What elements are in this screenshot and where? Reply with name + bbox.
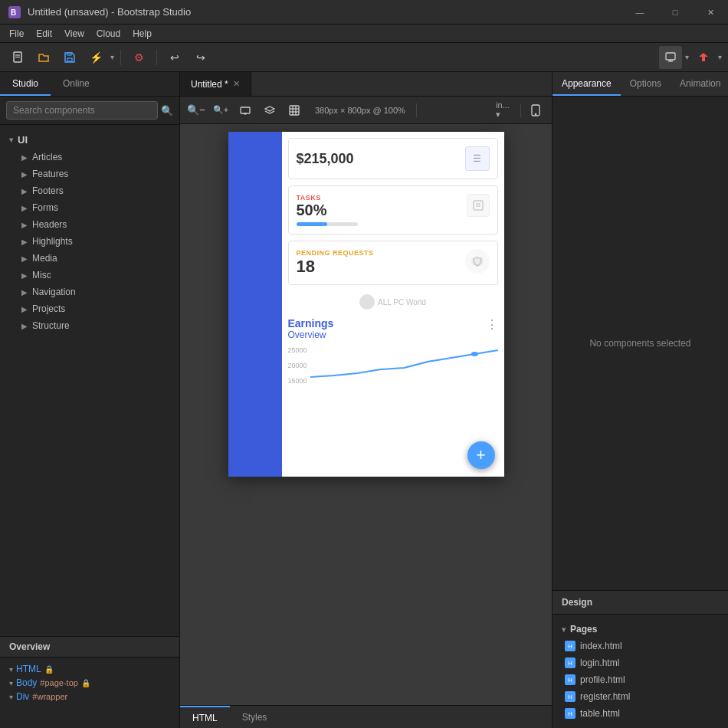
- pages-section-header[interactable]: ▾ Pages: [559, 621, 722, 638]
- earnings-section: Earnings Overview ⋮ 25000 20000 15000: [288, 313, 498, 389]
- menu-view[interactable]: View: [58, 27, 90, 41]
- component-projects[interactable]: ▶ Projects: [0, 300, 179, 317]
- bottom-tabs: HTML Styles: [180, 705, 552, 728]
- search-input[interactable]: [6, 101, 158, 120]
- page-preview: $215,000 ☰ TASKS 50%: [228, 132, 504, 477]
- body-arrow: ▾: [9, 679, 13, 687]
- tasks-icon: [467, 194, 490, 217]
- ui-section-label: UI: [18, 134, 28, 146]
- component-media[interactable]: ▶ Media: [0, 250, 179, 267]
- settings-button[interactable]: ⚙: [127, 46, 150, 69]
- tree-html[interactable]: ▾ HTML 🔒: [9, 662, 170, 676]
- chart-label-15k: 15000: [288, 377, 307, 385]
- page-profile[interactable]: H profile.html: [559, 671, 722, 688]
- preview-mode-button[interactable]: in... ▾: [496, 100, 516, 120]
- publish-dropdown-arrow[interactable]: ▾: [718, 53, 722, 61]
- svg-rect-14: [290, 106, 299, 115]
- features-arrow: ▶: [21, 170, 28, 179]
- tab-animation[interactable]: Animation: [671, 72, 728, 96]
- watermark-icon: [359, 294, 375, 310]
- earnings-subtitle: Overview: [288, 330, 334, 340]
- tab-studio[interactable]: Studio: [0, 72, 51, 96]
- tab-online[interactable]: Online: [51, 72, 102, 96]
- right-panel-tabs: Appearance Options Animation: [553, 72, 728, 97]
- device-preview-button[interactable]: [235, 100, 255, 120]
- canvas-area: $215,000 ☰ TASKS 50%: [180, 124, 552, 705]
- misc-arrow: ▶: [21, 271, 28, 280]
- menu-file[interactable]: File: [3, 27, 30, 41]
- page-login[interactable]: H login.html: [559, 654, 722, 671]
- minimize-button[interactable]: —: [622, 0, 657, 25]
- component-features[interactable]: ▶ Features: [0, 166, 179, 182]
- redo-button[interactable]: ↪: [189, 46, 212, 69]
- page-table[interactable]: H table.html: [559, 705, 722, 722]
- layers-button[interactable]: [260, 100, 280, 120]
- menu-edit[interactable]: Edit: [30, 27, 58, 41]
- add-page-button[interactable]: +: [467, 441, 495, 469]
- component-forms[interactable]: ▶ Forms: [0, 199, 179, 216]
- page-register[interactable]: H register.html: [559, 688, 722, 705]
- zoom-in-button[interactable]: 🔍+: [211, 100, 231, 120]
- watermark-text: ALL PC World: [378, 298, 426, 307]
- viewport-info[interactable]: 380px × 800px @ 100%: [309, 106, 412, 115]
- canvas-right-controls: in... ▾: [496, 100, 546, 120]
- login-file-icon: H: [565, 657, 576, 668]
- publish-button[interactable]: [692, 46, 715, 69]
- ui-section-header[interactable]: ▾ UI: [0, 131, 179, 149]
- tab-appearance[interactable]: Appearance: [553, 72, 621, 96]
- page-index[interactable]: H index.html: [559, 638, 722, 654]
- mobile-view-button[interactable]: [526, 100, 546, 120]
- preview-main-content: $215,000 ☰ TASKS 50%: [282, 132, 504, 395]
- component-highlights[interactable]: ▶ Highlights: [0, 233, 179, 250]
- open-file-button[interactable]: [32, 46, 55, 69]
- svg-point-25: [471, 352, 477, 356]
- tab-options[interactable]: Options: [621, 72, 671, 96]
- card-amount-icon: ☰: [465, 146, 490, 171]
- div-attr: #wrapper: [32, 692, 67, 701]
- toolbar-right: ▾ ▾: [659, 46, 722, 69]
- new-file-button[interactable]: [6, 46, 29, 69]
- component-navigation[interactable]: ▶ Navigation: [0, 284, 179, 300]
- main-layout: Studio Online 🔍 ▾ UI ▶ Articles ▶ Featur…: [0, 72, 728, 728]
- view-dropdown-arrow[interactable]: ▾: [685, 53, 689, 61]
- pages-arrow: ▾: [562, 625, 566, 634]
- right-panel: Appearance Options Animation No componen…: [552, 72, 728, 728]
- zoom-out-button[interactable]: 🔍−: [186, 100, 206, 120]
- html-arrow: ▾: [9, 665, 13, 674]
- studio-tabs: Studio Online: [0, 72, 179, 97]
- search-icon[interactable]: 🔍: [161, 105, 173, 116]
- toolbar-dropdown-arrow[interactable]: ▾: [110, 53, 114, 61]
- doc-tab-untitled[interactable]: Untitled * ✕: [180, 72, 251, 96]
- tab-html[interactable]: HTML: [180, 706, 230, 728]
- no-selection-message: No components selected: [553, 97, 728, 590]
- svg-text:B: B: [11, 8, 16, 17]
- menu-help[interactable]: Help: [126, 27, 158, 41]
- features-label: Features: [32, 169, 68, 179]
- close-button[interactable]: ✕: [693, 0, 728, 25]
- pending-icon: [465, 249, 490, 274]
- desktop-view-button[interactable]: [659, 46, 682, 69]
- component-headers[interactable]: ▶ Headers: [0, 216, 179, 233]
- tree-body[interactable]: ▾ Body #page-top 🔒: [9, 676, 170, 690]
- overview-header: Overview: [0, 637, 179, 657]
- lightning-button[interactable]: ⚡: [84, 46, 107, 69]
- component-structure[interactable]: ▶ Structure: [0, 317, 179, 334]
- card-amount-value: $215,000: [297, 151, 354, 167]
- doc-tab-close[interactable]: ✕: [233, 79, 240, 89]
- grid-button[interactable]: [284, 100, 304, 120]
- undo-button[interactable]: ↩: [163, 46, 186, 69]
- html-tag: HTML: [16, 664, 41, 674]
- preview-sidebar: [228, 132, 282, 477]
- component-misc[interactable]: ▶ Misc: [0, 267, 179, 284]
- component-footers[interactable]: ▶ Footers: [0, 182, 179, 199]
- menu-cloud[interactable]: Cloud: [90, 27, 126, 41]
- maximize-button[interactable]: □: [657, 0, 693, 25]
- component-articles[interactable]: ▶ Articles: [0, 149, 179, 166]
- pages-label: Pages: [570, 624, 597, 635]
- earnings-chart: 25000 20000 15000: [288, 346, 498, 385]
- body-attr: #page-top: [40, 678, 78, 687]
- tab-styles[interactable]: Styles: [230, 706, 280, 728]
- tree-div[interactable]: ▾ Div #wrapper: [9, 690, 170, 703]
- save-button[interactable]: [58, 46, 81, 69]
- headers-label: Headers: [32, 219, 67, 230]
